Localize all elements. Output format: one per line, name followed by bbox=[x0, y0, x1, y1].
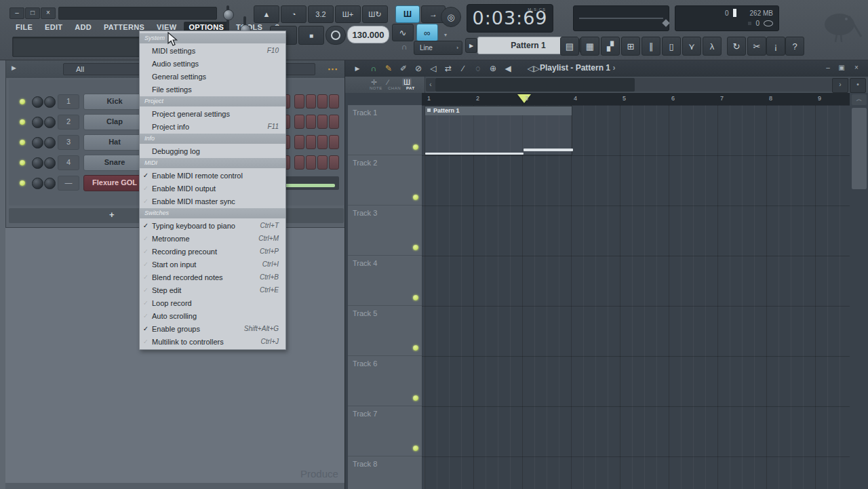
channel-number[interactable]: 4 bbox=[58, 155, 79, 170]
channel-button[interactable]: Flexure GOL bbox=[83, 175, 146, 191]
step-cell[interactable] bbox=[317, 135, 328, 149]
pan-knob[interactable] bbox=[32, 117, 43, 128]
cut-button[interactable]: ✂ bbox=[747, 37, 766, 56]
playlist-close-button[interactable]: × bbox=[851, 63, 862, 73]
microphone-button[interactable]: ¡ bbox=[766, 37, 785, 56]
channel-number[interactable]: — bbox=[58, 176, 79, 191]
link-button[interactable]: ∞ bbox=[416, 24, 438, 41]
menu-edit[interactable]: EDIT bbox=[40, 22, 67, 34]
countdown-3-2-button[interactable]: 3.2 bbox=[308, 5, 334, 23]
pan-knob[interactable] bbox=[32, 178, 43, 189]
step-cell[interactable] bbox=[294, 135, 304, 149]
wait-for-input-button[interactable]: ◔ bbox=[281, 5, 307, 23]
step-cell[interactable] bbox=[329, 135, 339, 149]
menu-item-blend-recorded-notes[interactable]: ✓Blend recorded notesCtrl+B bbox=[140, 271, 285, 283]
step-grid-icon[interactable]: ▪▪▪ bbox=[328, 66, 338, 73]
pan-knob[interactable] bbox=[32, 137, 43, 149]
pattern-clip[interactable]: Pattern 1 bbox=[425, 106, 572, 155]
channel-button[interactable]: Snare bbox=[83, 155, 146, 171]
playlist-button[interactable]: ▤ bbox=[560, 37, 579, 56]
track-header-6[interactable]: Track 6 bbox=[348, 356, 422, 406]
menu-item-enable-groups[interactable]: ✓Enable groupsShift+Alt+G bbox=[140, 322, 285, 335]
pattern-mode-button[interactable]: Ш bbox=[395, 5, 420, 23]
snap-selector[interactable]: Line › bbox=[414, 41, 462, 55]
zoom-dot-button[interactable]: • bbox=[850, 78, 866, 93]
vertical-scrollbar[interactable]: ︿ bbox=[850, 93, 868, 489]
channel-number[interactable]: 1 bbox=[58, 94, 79, 109]
tempo-display[interactable]: 130.000 bbox=[347, 26, 389, 43]
slide-tool-icon[interactable]: ∕ bbox=[387, 78, 389, 86]
playlist-maximize-button[interactable]: ▣ bbox=[836, 63, 847, 73]
step-cell[interactable] bbox=[306, 115, 316, 129]
channel-led[interactable] bbox=[20, 160, 25, 165]
plugin-picker-button[interactable]: ▯ bbox=[662, 37, 681, 56]
menu-item-audio-settings[interactable]: Audio settings bbox=[140, 57, 285, 70]
menu-item-metronome[interactable]: ✓MetronomeCtrl+M bbox=[140, 232, 285, 245]
horizontal-scroll-thumb[interactable] bbox=[435, 78, 635, 92]
playlist-grid[interactable]: Pattern 1 bbox=[422, 105, 850, 489]
step-cell[interactable] bbox=[306, 135, 316, 149]
track-header-8[interactable]: Track 8 bbox=[348, 456, 422, 489]
pedal-button[interactable]: ◎ bbox=[441, 7, 461, 27]
track-led[interactable] bbox=[413, 345, 418, 351]
step-cell[interactable] bbox=[317, 155, 328, 170]
playlist-minimize-button[interactable]: – bbox=[823, 63, 833, 73]
track-led[interactable] bbox=[413, 295, 418, 300]
track-led[interactable] bbox=[413, 395, 418, 401]
menu-item-debugging-log[interactable]: Debugging log bbox=[140, 144, 285, 157]
volume-knob[interactable] bbox=[44, 178, 56, 189]
step-cell[interactable] bbox=[329, 115, 339, 129]
menu-item-loop-record[interactable]: ✓Loop record bbox=[140, 296, 285, 309]
picker-tab-pat[interactable]: PAT bbox=[406, 86, 415, 90]
horizontal-scrollbar[interactable]: ‹ bbox=[426, 78, 849, 92]
menu-item-midi-settings[interactable]: MIDI settingsF10 bbox=[140, 44, 285, 57]
channel-led[interactable] bbox=[20, 99, 25, 104]
refresh-button[interactable]: ↻ bbox=[727, 37, 746, 56]
channel-led[interactable] bbox=[20, 140, 25, 145]
speaker-icon[interactable]: ◁▷ bbox=[527, 62, 540, 75]
piano-icon[interactable]: Ш bbox=[402, 78, 412, 86]
add-channel-button[interactable]: + bbox=[109, 210, 115, 220]
menu-item-multilink-to-controllers[interactable]: ✓Multilink to controllersCtrl+J bbox=[140, 335, 285, 348]
chevron-down-icon[interactable]: ▾ bbox=[444, 32, 447, 38]
metronome-button[interactable]: ▲ bbox=[254, 5, 279, 23]
maximize-button[interactable]: □ bbox=[25, 7, 40, 19]
playlist-titlebar[interactable]: ▶ ∩✎✐⊘◁⇄∕◌⊕◀ ◁▷ Playlist - Pattern 1 › –… bbox=[345, 60, 868, 77]
track-led[interactable] bbox=[413, 245, 418, 250]
master-volume-knob[interactable] bbox=[223, 9, 234, 20]
step-cell[interactable] bbox=[317, 115, 328, 129]
playlist-draw-button[interactable]: ✎ bbox=[382, 62, 395, 75]
volume-knob[interactable] bbox=[44, 157, 56, 169]
scroll-up-button[interactable]: ︿ bbox=[852, 94, 867, 105]
picker-tab-note[interactable]: NOTE bbox=[370, 86, 382, 90]
pan-knob[interactable] bbox=[32, 96, 43, 108]
playlist-zoom-button[interactable]: ⊕ bbox=[486, 62, 500, 75]
menu-item-file-settings[interactable]: File settings bbox=[140, 83, 285, 96]
playhead-marker[interactable] bbox=[517, 94, 531, 103]
loop-record-button[interactable]: Ш↻ bbox=[362, 5, 388, 23]
playlist-slip-button[interactable]: ⇄ bbox=[441, 62, 455, 75]
step-cell[interactable] bbox=[329, 155, 339, 170]
track-header-4[interactable]: Track 4 bbox=[348, 256, 422, 306]
channel-button[interactable]: Clap bbox=[83, 114, 146, 130]
channel-led[interactable] bbox=[20, 119, 25, 125]
mixer-button[interactable]: ∥ bbox=[642, 37, 660, 56]
slide-button[interactable]: ∿ bbox=[392, 24, 414, 41]
channel-led[interactable] bbox=[20, 180, 25, 186]
channel-number[interactable]: 2 bbox=[58, 115, 79, 130]
track-led[interactable] bbox=[413, 144, 418, 150]
step-cell[interactable] bbox=[294, 94, 304, 109]
menu-add[interactable]: ADD bbox=[70, 22, 96, 34]
menu-item-enable-midi-master-sync[interactable]: ✓Enable MIDI master sync bbox=[140, 195, 285, 208]
menu-item-typing-keyboard-to-piano[interactable]: ✓Typing keyboard to pianoCtrl+T bbox=[140, 219, 285, 232]
volume-knob[interactable] bbox=[44, 137, 56, 149]
track-header-2[interactable]: Track 2 bbox=[348, 155, 422, 206]
step-cell[interactable] bbox=[294, 155, 304, 170]
step-cell[interactable] bbox=[306, 155, 316, 170]
vertical-scroll-thumb[interactable] bbox=[852, 108, 867, 189]
menu-item-step-edit[interactable]: ✓Step editCtrl+E bbox=[140, 283, 285, 296]
menu-file[interactable]: FILE bbox=[11, 22, 37, 34]
pattern-clip-header[interactable]: Pattern 1 bbox=[425, 106, 572, 115]
track-header-7[interactable]: Track 7 bbox=[348, 406, 422, 456]
step-cell[interactable] bbox=[317, 94, 328, 109]
